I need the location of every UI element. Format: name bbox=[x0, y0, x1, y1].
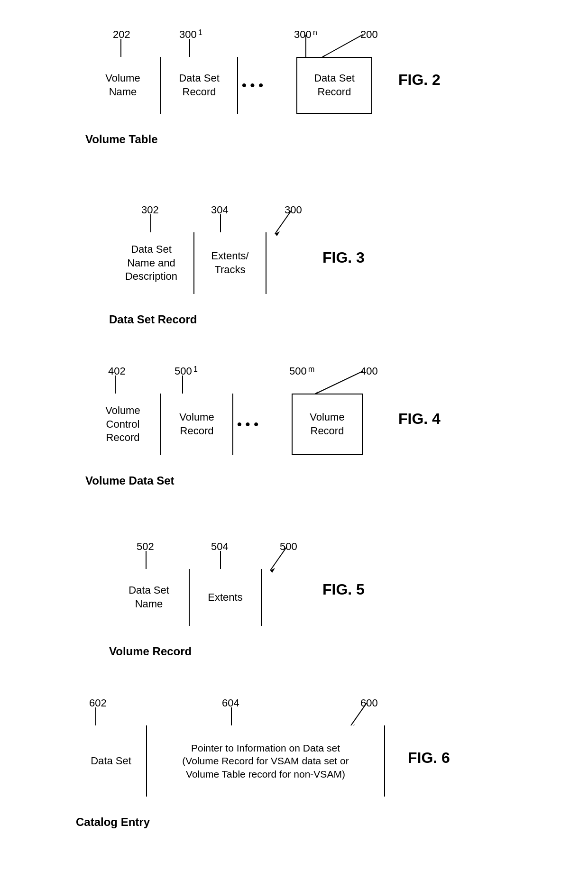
fig5-section: 502 504 500 Data Set Name Extents FIG. 5 bbox=[38, 541, 550, 669]
fig3-section: 302 304 300 Data Set Name and Descriptio… bbox=[38, 204, 550, 337]
fig3-extents-box: Extents/ Tracks bbox=[194, 232, 266, 294]
ref-500-m-sub: m bbox=[308, 365, 314, 374]
fig2-volume-name-box: Volume Name bbox=[85, 57, 161, 114]
fig5-extents-label: Extents bbox=[208, 591, 242, 605]
fig4-vcr-box: Volume Control Record bbox=[85, 394, 161, 455]
fig6-dataset-box: Data Set bbox=[76, 725, 147, 797]
fig5-dsname-label: Data Set Name bbox=[129, 584, 169, 611]
fig2-ellipsis: • • • bbox=[237, 78, 268, 93]
ref-300-n-sub: n bbox=[313, 28, 317, 37]
fig2-dsr1-box: Data Set Record bbox=[161, 57, 237, 114]
fig4-caption: Volume Data Set bbox=[85, 474, 175, 487]
fig2-dsr-last-label: Data Set Record bbox=[314, 72, 355, 99]
ref-304: 304 bbox=[211, 204, 229, 216]
fig5-caption: Volume Record bbox=[109, 645, 192, 658]
ref-600: 600 bbox=[360, 697, 378, 709]
ref-400: 400 bbox=[360, 365, 378, 377]
fig2-dsr-last-box: Data Set Record bbox=[296, 57, 372, 114]
fig4-vr1-label: Volume Record bbox=[179, 411, 214, 438]
ref-300-n: 300 bbox=[294, 28, 312, 41]
fig2-section: 202 300 1 300 n 200 Volume Name bbox=[38, 28, 550, 175]
fig2-label: FIG. 2 bbox=[398, 71, 441, 89]
fig6-section: 602 604 600 Data Set Pointer to Informat… bbox=[38, 697, 550, 834]
fig3-caption: Data Set Record bbox=[109, 313, 197, 326]
svg-line-2 bbox=[320, 35, 363, 58]
ref3001-line bbox=[190, 39, 190, 59]
ref-500-m: 500 bbox=[289, 365, 307, 377]
ref-300-1-sub: 1 bbox=[198, 28, 202, 37]
ref-500-fig5: 500 bbox=[280, 541, 297, 553]
svg-marker-16 bbox=[270, 568, 275, 573]
fig4-vr-last-box: Volume Record bbox=[292, 394, 363, 455]
fig6-pointer-box: Pointer to Information on Data set (Volu… bbox=[147, 725, 384, 797]
fig2-dsr1-label: Data Set Record bbox=[179, 72, 220, 99]
ref-602: 602 bbox=[89, 697, 107, 709]
ref-504: 504 bbox=[211, 541, 229, 553]
fig5-dsname-box: Data Set Name bbox=[109, 569, 190, 626]
fig6-label: FIG. 6 bbox=[408, 749, 450, 767]
fig4-section: 402 500 1 500 m 400 Volume Control Recor… bbox=[38, 365, 550, 512]
svg-line-11 bbox=[313, 371, 363, 395]
fig4-vr1-box: Volume Record bbox=[161, 394, 232, 455]
ref-402: 402 bbox=[108, 365, 126, 377]
fig4-vr-last-label: Volume Record bbox=[310, 411, 344, 438]
ref-502: 502 bbox=[137, 541, 154, 553]
fig3-dsname-label: Data Set Name and Description bbox=[125, 243, 177, 284]
fig2-caption: Volume Table bbox=[85, 133, 157, 146]
fig5-boxes-row: Data Set Name Extents bbox=[109, 569, 261, 626]
fig3-boxes-row: Data Set Name and Description Extents/ T… bbox=[109, 232, 266, 294]
fig3-extents-label: Extents/ Tracks bbox=[211, 249, 248, 276]
fig5-extents-box: Extents bbox=[190, 569, 261, 626]
ref-302: 302 bbox=[141, 204, 159, 216]
ref-300-1: 300 bbox=[179, 28, 197, 41]
ref-202: 202 bbox=[113, 28, 130, 41]
ref202-line bbox=[121, 39, 121, 59]
fig6-pointer-label: Pointer to Information on Data set (Volu… bbox=[182, 742, 349, 780]
fig6-caption: Catalog Entry bbox=[76, 816, 150, 829]
page: 202 300 1 300 n 200 Volume Name bbox=[0, 0, 588, 880]
fig4-vcr-label: Volume Control Record bbox=[105, 404, 140, 445]
fig3-label: FIG. 3 bbox=[322, 249, 365, 266]
fig5-label: FIG. 5 bbox=[322, 581, 365, 598]
fig6-boxes-row: Data Set Pointer to Information on Data … bbox=[76, 725, 384, 797]
ref-604: 604 bbox=[222, 697, 239, 709]
ref-200: 200 bbox=[360, 28, 378, 41]
fig4-label: FIG. 4 bbox=[398, 410, 441, 428]
fig4-ellipsis: • • • bbox=[232, 417, 263, 432]
ref-300-fig3: 300 bbox=[285, 204, 302, 216]
ref-500-1: 500 bbox=[175, 365, 192, 377]
svg-marker-8 bbox=[275, 231, 280, 236]
fig2-boxes-row: Volume Name Data Set Record • • • Data S… bbox=[85, 57, 372, 114]
ref-500-1-sub: 1 bbox=[193, 365, 198, 374]
fig4-boxes-row: Volume Control Record Volume Record • • … bbox=[85, 394, 363, 455]
fig3-dsname-box: Data Set Name and Description bbox=[109, 232, 194, 294]
fig2-volume-name-label: Volume Name bbox=[105, 72, 140, 99]
fig6-dataset-label: Data Set bbox=[91, 754, 131, 768]
